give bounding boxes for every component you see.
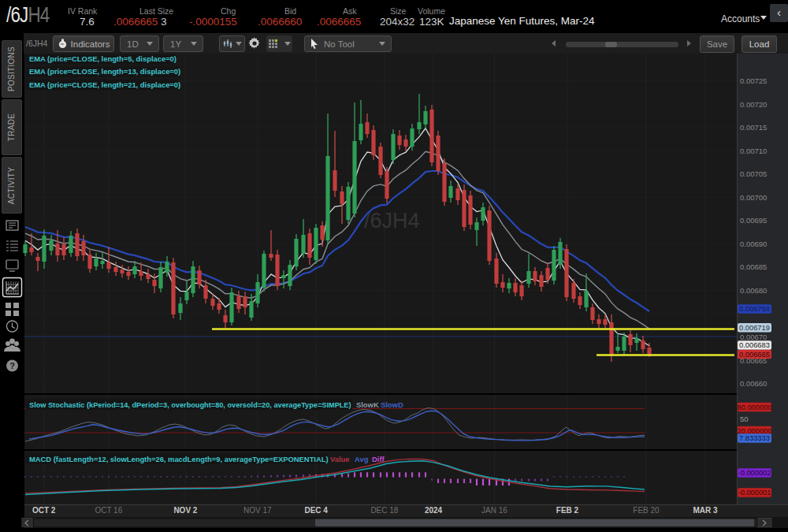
svg-text:0.00725: 0.00725 [740, 76, 767, 85]
svg-text:Slow Stochastic (kPeriod=14, d: Slow Stochastic (kPeriod=14, dPeriod=3, … [29, 401, 351, 409]
svg-text:NOV 17: NOV 17 [243, 506, 272, 515]
svg-text:0.00690: 0.00690 [740, 240, 767, 248]
svg-text:0.00705: 0.00705 [740, 169, 767, 178]
svg-text:0.00660: 0.00660 [740, 379, 767, 388]
svg-text:2024: 2024 [425, 506, 443, 515]
svg-text:NOV 2: NOV 2 [173, 506, 197, 515]
svg-text:0.006719: 0.006719 [739, 324, 770, 332]
svg-text:SlowD: SlowD [381, 400, 403, 409]
svg-text:-0.000002: -0.000002 [738, 469, 771, 477]
svg-text:0.00710: 0.00710 [740, 147, 767, 155]
svg-text:SlowK: SlowK [356, 400, 379, 409]
svg-text:MACD (fastLength=12, slowLengt: MACD (fastLength=12, slowLength=26, macd… [29, 455, 329, 463]
svg-text:0.00670: 0.00670 [740, 333, 767, 341]
svg-text:Value: Value [330, 455, 350, 463]
svg-text:50: 50 [740, 415, 749, 423]
svg-text:0.006683: 0.006683 [739, 341, 770, 349]
svg-text:0.00700: 0.00700 [740, 193, 767, 202]
svg-text:FEB 2: FEB 2 [556, 506, 579, 515]
svg-text:/6JH4: /6JH4 [364, 209, 420, 233]
svg-text:EMA (price=CLOSE, length=5, di: EMA (price=CLOSE, length=5, displace=0) [29, 54, 177, 63]
svg-text:Avg: Avg [355, 455, 369, 463]
svg-text:-0.000001: -0.000001 [738, 489, 771, 497]
svg-text:0.006758: 0.006758 [739, 305, 770, 313]
svg-text:80.000000: 80.000000 [738, 404, 772, 411]
svg-text:DEC 18: DEC 18 [370, 506, 398, 515]
svg-text:JAN 16: JAN 16 [481, 506, 507, 515]
svg-text:EMA (price=CLOSE, length=21, d: EMA (price=CLOSE, length=21, displace=0) [29, 80, 180, 89]
svg-text:MAR 3: MAR 3 [693, 506, 718, 515]
svg-text:OCT 16: OCT 16 [95, 506, 122, 515]
svg-text:Diff: Diff [372, 455, 385, 463]
svg-text:7.833333: 7.833333 [739, 434, 770, 442]
svg-text:FEB 20: FEB 20 [633, 506, 660, 515]
svg-text:0.00720: 0.00720 [740, 100, 767, 109]
svg-text:0.006665: 0.006665 [739, 351, 770, 359]
svg-text:DEC 4: DEC 4 [304, 506, 328, 515]
svg-text:0.00680: 0.00680 [740, 286, 767, 295]
svg-text:OCT 2: OCT 2 [32, 506, 56, 515]
svg-text:0.00685: 0.00685 [740, 262, 767, 271]
svg-text:0.00695: 0.00695 [740, 216, 767, 225]
svg-text:EMA (price=CLOSE, length=13, d: EMA (price=CLOSE, length=13, displace=0) [29, 67, 180, 76]
svg-text:0.00715: 0.00715 [740, 123, 767, 132]
